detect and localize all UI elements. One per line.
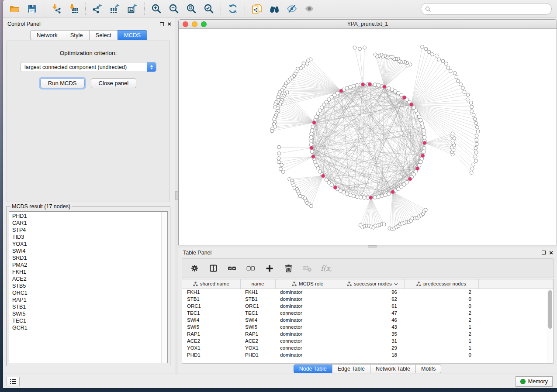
run-mcds-button[interactable]: Run MCDS <box>40 78 85 88</box>
zoom-in-button[interactable] <box>148 2 165 16</box>
zoom-out-icon <box>169 3 179 14</box>
tab-node-table[interactable]: Node Table <box>294 364 332 373</box>
toolbar-group <box>47 2 82 16</box>
columns-button[interactable] <box>207 262 219 275</box>
svg-text:f(x): f(x) <box>321 264 332 272</box>
table-row[interactable]: TEC1TEC1connector472 <box>182 309 553 316</box>
clone-network-button[interactable] <box>248 2 266 16</box>
optimization-criterion-label: Optimization criterion: <box>7 50 170 56</box>
delete-table-button <box>301 262 313 275</box>
delete-row-button[interactable] <box>282 262 294 275</box>
float-table-panel-icon[interactable] <box>542 251 546 254</box>
column-header-predecessor-nodes[interactable]: predecessor nodes <box>404 279 478 289</box>
optimization-criterion-select[interactable]: largest connected component (undirected) <box>20 62 156 72</box>
network-canvas[interactable] <box>179 29 557 245</box>
tab-select[interactable]: Select <box>89 30 118 40</box>
mcds-result-item[interactable]: PHD1 <box>12 213 161 220</box>
mcds-result-item[interactable]: ACE2 <box>12 275 161 282</box>
zoom-selected-button[interactable] <box>200 2 218 16</box>
add-row-button[interactable] <box>263 262 276 275</box>
zoom-selected-icon <box>204 3 214 14</box>
zoom-fit-icon <box>186 3 197 14</box>
hide-selected-button[interactable] <box>283 2 301 16</box>
save-session-button[interactable] <box>23 2 41 16</box>
open-file-button[interactable] <box>6 2 23 16</box>
close-table-panel-icon[interactable]: × <box>549 251 553 255</box>
select-all-button[interactable] <box>226 262 238 275</box>
mcds-result-item[interactable]: STB5 <box>12 282 161 289</box>
tree-icon <box>193 282 198 286</box>
tab-network-table[interactable]: Network Table <box>370 364 416 373</box>
import-network-button[interactable] <box>47 2 65 16</box>
task-history-button[interactable] <box>7 377 20 386</box>
open-file-icon <box>9 3 20 14</box>
table-panel: Table Panel × f(x) shared namenameMCDS r… <box>178 248 557 374</box>
tab-style[interactable]: Style <box>64 30 90 40</box>
mcds-result-item[interactable]: RAP1 <box>12 296 161 303</box>
table-row[interactable]: SWI4SWI4dominator462 <box>182 316 553 323</box>
column-header-name[interactable]: name <box>240 279 275 289</box>
table-row[interactable]: ORC1ORC1dominator610 <box>182 303 553 309</box>
mcds-result-item[interactable]: ORC1 <box>12 289 161 296</box>
toolbar-group <box>6 2 41 16</box>
table-row[interactable]: ACE2ACE2connector311 <box>182 337 553 344</box>
table-row[interactable]: FKH1FKH1dominator962 <box>182 289 553 296</box>
search-network-icon <box>269 3 280 14</box>
mcds-result-item[interactable]: SWI5 <box>12 310 161 317</box>
export-image-button[interactable] <box>124 2 141 16</box>
table-row[interactable]: PHD1PHD1dominator180 <box>182 351 553 358</box>
export-network-icon <box>92 3 103 14</box>
search-box <box>421 3 552 15</box>
toolbar-separator <box>85 3 86 15</box>
result-list-scrollbar[interactable] <box>161 212 167 363</box>
column-header-successor-nodes[interactable]: successor nodes <box>340 279 404 289</box>
mcds-result-item[interactable]: FKH1 <box>12 268 161 275</box>
import-table-button[interactable] <box>65 2 82 16</box>
table-row[interactable]: SWI5SWI5connector431 <box>182 323 553 330</box>
toolbar-group <box>224 2 242 16</box>
refresh-button[interactable] <box>224 2 242 16</box>
column-header-mcds-role[interactable]: MCDS role <box>275 279 340 289</box>
memory-button[interactable]: Memory <box>515 376 553 387</box>
desktop-background: { "toolbar": { "groups": [ ["open-file",… <box>0 0 557 392</box>
mcds-result-item[interactable]: STP4 <box>12 227 161 234</box>
mcds-result-item[interactable]: TID3 <box>12 234 161 241</box>
export-table-button[interactable] <box>106 2 124 16</box>
mcds-result-item[interactable]: SRD1 <box>12 254 161 261</box>
tab-network[interactable]: Network <box>30 30 64 40</box>
deselect-all-button[interactable] <box>245 262 257 275</box>
select-stepper-icon <box>147 62 156 72</box>
export-network-button[interactable] <box>89 2 106 16</box>
mcds-result-item[interactable]: STB1 <box>12 303 161 310</box>
mcds-result-item[interactable]: CAR1 <box>12 220 161 227</box>
settings-button[interactable] <box>188 262 201 275</box>
float-panel-icon[interactable] <box>160 22 164 26</box>
tab-edge-table[interactable]: Edge Table <box>332 364 370 373</box>
network-graph <box>179 29 557 245</box>
close-panel-icon[interactable]: × <box>167 22 171 26</box>
network-window-titlebar[interactable]: YPA_prune.txt_1 <box>179 20 557 29</box>
mcds-result-item[interactable]: TEC1 <box>12 317 161 324</box>
mcds-result-list[interactable]: PHD1CAR1STP4TID3YOX1SWI4SRD1PMA2FKH1ACE2… <box>9 213 161 363</box>
table-row[interactable]: YOX1YOX1connector291 <box>182 344 553 351</box>
column-header-shared-name[interactable]: shared name <box>182 279 240 289</box>
table-row[interactable]: STB1STB1dominator620 <box>182 296 553 303</box>
network-window-title: YPA_prune.txt_1 <box>179 21 557 27</box>
vertical-splitter-handle[interactable] <box>175 191 178 200</box>
tab-motifs[interactable]: Motifs <box>415 364 441 373</box>
mcds-result-item[interactable]: YOX1 <box>12 241 161 248</box>
mcds-result-item[interactable]: PMA2 <box>12 261 161 268</box>
table-scrollbar[interactable] <box>547 289 553 363</box>
vertical-splitter[interactable] <box>175 17 178 374</box>
table-row[interactable]: RAP1RAP1dominator352 <box>182 330 553 337</box>
control-panel-tabs: NetworkStyleSelectMCDS <box>3 30 175 40</box>
zoom-out-button[interactable] <box>165 2 183 16</box>
zoom-fit-button[interactable] <box>183 2 200 16</box>
mcds-result-item[interactable]: SWI4 <box>12 248 161 254</box>
tab-mcds[interactable]: MCDS <box>118 30 147 40</box>
search-input[interactable] <box>434 6 548 12</box>
close-panel-button[interactable]: Close panel <box>91 78 137 88</box>
mcds-result-item[interactable]: GCR1 <box>12 324 161 331</box>
control-panel: Control Panel × NetworkStyleSelectMCDS O… <box>3 17 175 374</box>
search-network-button[interactable] <box>266 2 283 16</box>
